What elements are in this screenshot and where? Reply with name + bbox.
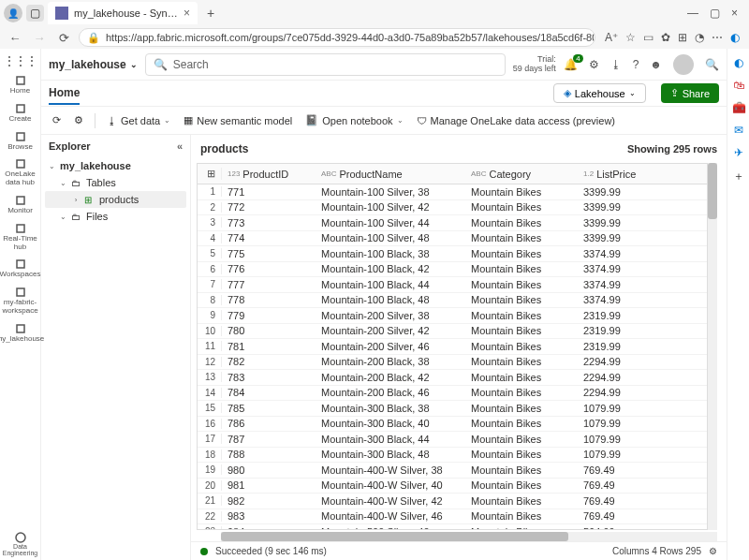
table-row[interactable]: 12782Mountain-200 Black, 38Mountain Bike… (198, 355, 707, 371)
table-row[interactable]: 2772Mountain-100 Silver, 42Mountain Bike… (198, 200, 707, 216)
feedback-icon[interactable]: ☻ (650, 58, 662, 71)
table-row[interactable]: 15785Mountain-300 Black, 38Mountain Bike… (198, 401, 707, 417)
search-small-icon[interactable]: 🔍 (705, 58, 719, 71)
table-row[interactable]: 4774Mountain-100 Silver, 48Mountain Bike… (198, 231, 707, 247)
cell-productid: 778 (222, 294, 316, 305)
settings-icon[interactable]: ⚙ (589, 58, 599, 71)
column-header[interactable]: 123ProductID (222, 169, 316, 180)
horizontal-scrollbar[interactable] (221, 532, 717, 541)
tab-home[interactable]: Home (49, 82, 80, 105)
status-success-icon (200, 548, 208, 555)
extensions-icon[interactable]: ⊞ (678, 31, 687, 44)
rail-item-create[interactable]: Create (2, 99, 39, 127)
more-icon[interactable]: ⋯ (712, 31, 723, 44)
edge-tools-icon[interactable]: 🧰 (732, 101, 745, 114)
table-row[interactable]: 13783Mountain-200 Black, 42Mountain Bike… (198, 370, 707, 386)
scroll-thumb[interactable] (221, 532, 568, 541)
download-icon[interactable]: ⭳ (610, 58, 622, 71)
minimize-icon[interactable]: — (687, 7, 698, 20)
new-semantic-model-button[interactable]: ▦ New semantic model (180, 112, 296, 128)
lakehouse-mode-button[interactable]: ◈ Lakehouse ⌄ (553, 83, 646, 103)
table-row[interactable]: 19980Mountain-400-W Silver, 38Mountain B… (198, 463, 707, 479)
get-data-button[interactable]: ⭳ Get data ⌄ (103, 113, 174, 128)
table-row[interactable]: 11781Mountain-200 Silver, 46Mountain Bik… (198, 339, 707, 355)
table-row[interactable]: 3773Mountain-100 Silver, 44Mountain Bike… (198, 215, 707, 231)
rail-item-home[interactable]: Home (2, 71, 39, 99)
rail-item-browse[interactable]: Browse (2, 127, 39, 155)
table-row[interactable]: 18788Mountain-300 Black, 48Mountain Bike… (198, 448, 707, 464)
share-button[interactable]: ⇪ Share (661, 83, 719, 103)
cell-productname: Mountain-100 Black, 42 (316, 263, 465, 274)
status-settings-icon[interactable]: ⚙ (709, 546, 717, 556)
copilot-icon[interactable]: ◐ (730, 31, 740, 44)
url-input[interactable]: 🔒 https://app.fabric.microsoft.com/group… (79, 28, 595, 47)
refresh-button[interactable]: ⟳ (54, 31, 73, 45)
table-row[interactable]: 20981Mountain-400-W Silver, 40Mountain B… (198, 479, 707, 494)
table-row[interactable]: 14784Mountain-200 Black, 46Mountain Bike… (198, 386, 707, 402)
open-notebook-button[interactable]: 📓 Open notebook ⌄ (301, 112, 406, 128)
search-input[interactable]: 🔍 Search (145, 53, 506, 76)
edge-add-icon[interactable]: ＋ (732, 169, 745, 182)
new-tab-button[interactable]: + (201, 6, 220, 21)
column-header[interactable]: ABCProductName (316, 169, 465, 180)
profile-avatar-icon[interactable]: 👤 (4, 4, 22, 22)
rail-item-realtime[interactable]: Real-Time hub (2, 219, 39, 256)
help-icon[interactable]: ? (633, 58, 639, 71)
table-row[interactable]: 9779Mountain-200 Silver, 38Mountain Bike… (198, 308, 707, 324)
edge-chat-icon[interactable]: ◐ (732, 56, 745, 69)
rail-item-onelake[interactable]: OneLake data hub (2, 155, 39, 191)
close-icon[interactable]: × (731, 7, 738, 20)
tree-table-products[interactable]: › ⊞ products (45, 191, 186, 208)
maximize-icon[interactable]: ▢ (710, 7, 720, 20)
cell-productname: Mountain-400-W Silver, 40 (316, 479, 465, 491)
edge-shopping-icon[interactable]: 🛍 (732, 79, 745, 92)
table-row[interactable]: 23984Mountain-500 Silver, 40Mountain Bik… (198, 524, 707, 530)
table-row[interactable]: 1771Mountain-100 Silver, 38Mountain Bike… (198, 184, 707, 200)
forward-button[interactable]: → (30, 31, 49, 45)
vertical-scrollbar[interactable] (708, 163, 717, 530)
nav-hamburger-icon[interactable]: ⋮⋮⋮ (4, 52, 37, 69)
rail-item-lakehouse[interactable]: my_lakehouse (2, 319, 39, 347)
rail-item-fabric[interactable]: my-fabric-workspace (2, 283, 39, 319)
get-data-icon: ⭳ (107, 115, 117, 126)
rail-item-monitor[interactable]: Monitor (2, 191, 39, 219)
data-grid[interactable]: ⊞ 123ProductID ABCProductName ABCCategor… (197, 163, 708, 530)
rail-item-workspaces[interactable]: Workspaces (2, 255, 39, 283)
edge-phone-icon[interactable]: ✈ (732, 146, 745, 159)
svg-rect-2 (17, 133, 24, 140)
svg-rect-0 (17, 77, 24, 84)
manage-onelake-button[interactable]: 🛡 Manage OneLake data access (preview) (413, 113, 620, 128)
tree-tables-folder[interactable]: ⌄ 🗀 Tables (45, 174, 186, 191)
user-avatar[interactable] (673, 54, 694, 75)
table-row[interactable]: 7777Mountain-100 Black, 44Mountain Bikes… (198, 277, 707, 293)
table-row[interactable]: 16786Mountain-300 Black, 40Mountain Bike… (198, 417, 707, 433)
table-row[interactable]: 8778Mountain-100 Black, 48Mountain Bikes… (198, 293, 707, 309)
table-row[interactable]: 22983Mountain-400-W Silver, 46Mountain B… (198, 509, 707, 525)
tree-files-folder[interactable]: ⌄ 🗀 Files (45, 208, 186, 225)
table-row[interactable]: 5775Mountain-100 Black, 38Mountain Bikes… (198, 246, 707, 262)
browser-tab[interactable]: my_lakehouse - Synapse Data En × (48, 2, 198, 24)
refresh-button[interactable]: ⟳ (49, 112, 65, 128)
collections-icon[interactable]: ▭ (643, 31, 654, 44)
collapse-explorer-icon[interactable]: « (177, 140, 183, 152)
table-row[interactable]: 21982Mountain-400-W Silver, 42Mountain B… (198, 494, 707, 509)
lakehouse-name-dropdown[interactable]: my_lakehouse ⌄ (49, 58, 138, 71)
column-header[interactable]: 1.2ListPrice (578, 169, 662, 180)
column-header[interactable]: ABCCategory (465, 169, 578, 180)
table-row[interactable]: 6776Mountain-100 Black, 42Mountain Bikes… (198, 262, 707, 278)
settings-button[interactable]: ⚙ (70, 112, 87, 128)
tab-close-icon[interactable]: × (184, 7, 190, 20)
notifications-button[interactable]: 🔔4 (564, 58, 578, 71)
back-button[interactable]: ← (6, 31, 24, 45)
persona-switcher[interactable]: Data Engineering (2, 528, 39, 560)
tree-root[interactable]: ⌄ my_lakehouse (45, 157, 186, 174)
table-row[interactable]: 10780Mountain-200 Silver, 42Mountain Bik… (198, 324, 707, 340)
favorite-icon[interactable]: ☆ (625, 31, 636, 44)
scroll-thumb[interactable] (708, 163, 717, 219)
table-row[interactable]: 17787Mountain-300 Black, 44Mountain Bike… (198, 432, 707, 448)
favorites-bar-icon[interactable]: ✿ (661, 31, 670, 44)
edge-outlook-icon[interactable]: ✉ (732, 124, 745, 137)
read-aloud-icon[interactable]: A⁺ (605, 31, 618, 44)
browser-profile-icon[interactable]: ◔ (695, 31, 704, 44)
tab-overview-icon[interactable]: ▢ (26, 5, 44, 22)
